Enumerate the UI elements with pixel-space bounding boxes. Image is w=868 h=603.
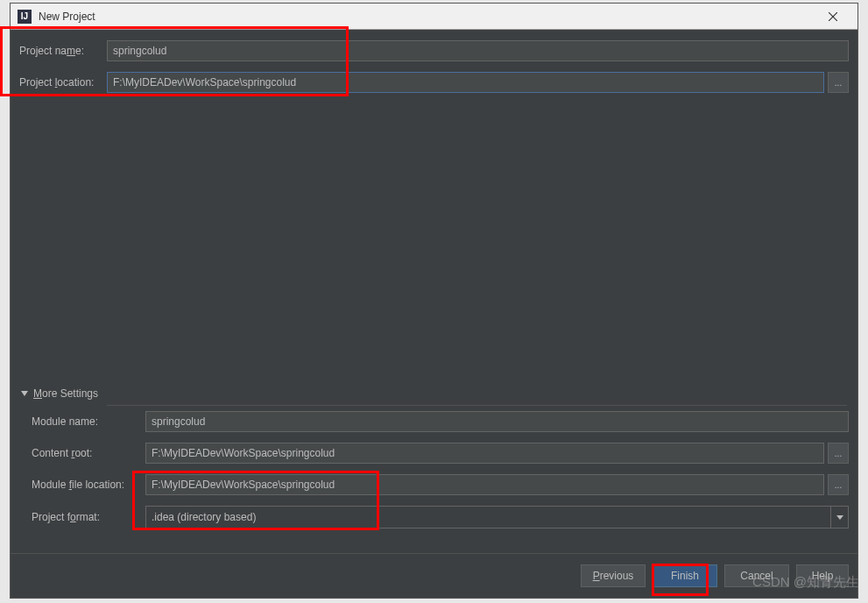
project-location-label: Project location: [19, 76, 107, 89]
project-format-value: .idea (directory based) [152, 511, 256, 523]
module-file-location-input[interactable] [145, 474, 824, 495]
titlebar: IJ New Project [11, 4, 857, 30]
project-name-label: Project name: [19, 45, 107, 57]
dropdown-arrow-icon [830, 507, 848, 528]
content-root-input[interactable] [145, 443, 824, 464]
close-icon [829, 12, 837, 21]
project-name-row: Project name: [19, 40, 849, 61]
spacer [11, 112, 857, 382]
project-name-input[interactable] [107, 40, 849, 61]
more-settings-section: Module name: Content root: ... Module fi… [11, 406, 857, 550]
cancel-button[interactable]: Cancel [724, 564, 789, 587]
content-root-row: Content root: ... [32, 443, 849, 464]
more-settings-toggle[interactable]: More Settings [11, 382, 857, 405]
content-root-label: Content root: [32, 447, 145, 459]
help-button[interactable]: Help [796, 564, 849, 587]
module-name-label: Module name: [32, 415, 145, 428]
project-location-browse-button[interactable]: ... [828, 72, 849, 93]
chevron-down-icon [21, 391, 28, 396]
content-root-browse-button[interactable]: ... [828, 443, 849, 464]
top-form-section: Project name: Project location: ... [11, 30, 857, 112]
app-icon: IJ [18, 10, 32, 24]
module-file-location-row: Module file location: ... [32, 474, 849, 495]
module-name-row: Module name: [32, 411, 849, 432]
window-title: New Project [39, 11, 815, 23]
project-format-row: Project format: .idea (directory based) [32, 506, 849, 529]
more-settings-label: More Settings [33, 387, 98, 400]
project-location-input[interactable] [107, 72, 824, 93]
previous-button[interactable]: Previous [581, 564, 646, 587]
project-format-dropdown[interactable]: .idea (directory based) [145, 506, 849, 529]
project-format-label: Project format: [32, 511, 145, 523]
module-file-location-browse-button[interactable]: ... [828, 474, 849, 495]
button-bar: Previous Finish Cancel Help [11, 553, 857, 598]
dialog-content: Project name: Project location: ... More… [11, 30, 857, 598]
finish-button[interactable]: Finish [653, 564, 717, 587]
module-file-location-label: Module file location: [32, 479, 145, 491]
project-location-row: Project location: ... [19, 72, 849, 93]
module-name-input[interactable] [145, 411, 849, 432]
close-button[interactable] [815, 4, 850, 29]
new-project-window: IJ New Project Project name: Project loc… [10, 3, 858, 599]
